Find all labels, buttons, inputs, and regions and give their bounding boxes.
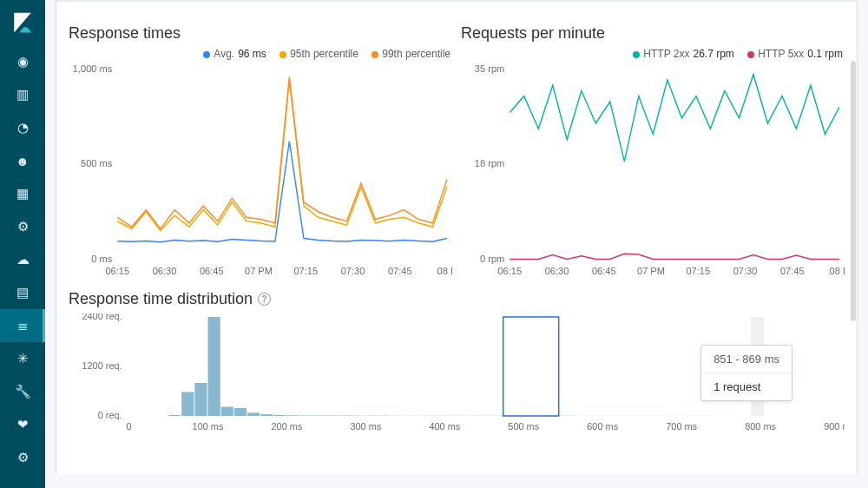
svg-rect-47 [286,415,299,416]
rpm-title: Requests per minute [461,24,845,43]
svg-text:06:15: 06:15 [497,265,522,275]
svg-text:200 ms: 200 ms [272,421,303,432]
svg-text:07:30: 07:30 [733,265,758,275]
svg-rect-38 [168,415,181,416]
svg-text:18 rpm: 18 rpm [475,158,504,168]
svg-text:06:30: 06:30 [153,265,177,275]
dot-95th [279,51,286,58]
chart-response-times: Response times Avg.96 ms 95th percentile… [69,17,452,278]
sidebar-item-timelion[interactable]: ☻ [0,144,45,177]
chart-requests-per-minute: Requests per minute HTTP 2xx26.7 rpm HTT… [461,17,845,278]
plot-requests-per-minute[interactable]: 0 rpm18 rpm35 rpm06:1506:3006:4507 PM07:… [461,63,845,278]
sidebar-item-canvas[interactable]: ▦ [0,177,45,210]
sidebar-item-discover[interactable]: ◉ [0,45,45,78]
svg-text:08 P: 08 P [830,265,845,275]
svg-rect-44 [247,412,260,416]
response-times-legend: Avg.96 ms 95th percentile 99th percentil… [69,48,450,60]
sidebar-item-management[interactable]: ⚙ [0,441,45,474]
sidebar-item-apm[interactable]: ≣ [0,309,45,342]
svg-rect-49 [313,416,326,417]
plot-response-times[interactable]: 0 ms500 ms1,000 ms06:1506:3006:4507 PM07… [69,63,452,278]
sidebar-item-logs[interactable]: ▤ [0,276,45,309]
sidebar-item-infrastructure[interactable]: ☁ [0,243,45,276]
svg-text:07:30: 07:30 [341,265,365,275]
dot-avg [203,51,210,58]
svg-text:06:45: 06:45 [592,265,616,275]
svg-rect-39 [181,392,194,417]
svg-text:06:15: 06:15 [105,265,129,275]
svg-text:800 ms: 800 ms [745,421,776,432]
dot-5xx [747,51,754,58]
svg-text:2400 req.: 2400 req. [82,313,122,321]
svg-text:400 ms: 400 ms [429,421,460,432]
machine-learning-icon: ⚙ [17,219,29,234]
svg-text:900 ms: 900 ms [824,421,845,432]
visualize-icon: ▥ [16,87,29,102]
svg-text:07 PM: 07 PM [637,265,665,275]
content-area: Response times Avg.96 ms 95th percentile… [45,0,868,488]
svg-text:07:45: 07:45 [780,265,805,275]
kibana-logo[interactable] [0,0,45,45]
svg-text:700 ms: 700 ms [666,421,697,432]
graph-icon: ✳ [17,351,29,366]
sidebar-nav: ◉▥◔☻▦⚙☁▤≣✳🔧❤⚙ [0,45,45,474]
svg-rect-41 [208,317,220,416]
svg-rect-42 [221,407,233,417]
svg-rect-48 [300,416,312,417]
svg-text:500 ms: 500 ms [508,421,539,432]
svg-text:06:30: 06:30 [545,265,569,275]
logs-icon: ▤ [16,285,29,300]
dashboard-icon: ◔ [17,120,29,135]
svg-text:07:15: 07:15 [686,265,710,275]
sidebar-item-monitoring[interactable]: ❤ [0,408,45,441]
svg-rect-46 [273,415,286,416]
svg-text:100 ms: 100 ms [193,421,224,432]
svg-text:07 PM: 07 PM [245,265,273,275]
service-panel: Response times Avg.96 ms 95th percentile… [56,0,858,474]
svg-rect-40 [194,383,207,416]
svg-text:08 P: 08 P [437,265,452,275]
sidebar-item-dashboard[interactable]: ◔ [0,111,45,144]
sidebar: ◉▥◔☻▦⚙☁▤≣✳🔧❤⚙ [0,0,45,488]
svg-rect-43 [234,408,247,416]
svg-text:0 ms: 0 ms [91,253,112,263]
tooltip-range: 851 - 869 ms [701,346,792,373]
rpm-legend: HTTP 2xx26.7 rpm HTTP 5xx0.1 rpm [461,48,843,60]
canvas-icon: ▦ [16,186,29,201]
distribution-tooltip: 851 - 869 ms 1 request [700,345,792,401]
discover-icon: ◉ [17,54,29,69]
monitoring-icon: ❤ [17,417,29,432]
svg-text:300 ms: 300 ms [350,421,381,432]
response-times-title: Response times [69,24,452,43]
timelion-icon: ☻ [16,154,30,168]
help-icon[interactable]: ? [258,293,271,306]
svg-text:06:45: 06:45 [200,265,224,275]
dev-tools-icon: 🔧 [15,384,31,399]
svg-text:500 ms: 500 ms [81,158,112,168]
sidebar-item-graph[interactable]: ✳ [0,342,45,375]
dot-99th [372,51,378,58]
sidebar-item-machine-learning[interactable]: ⚙ [0,210,45,243]
svg-rect-45 [260,414,273,416]
svg-rect-89 [503,317,559,416]
distribution-title: Response time distribution [69,290,253,308]
svg-text:0 req.: 0 req. [98,410,122,420]
svg-text:0 rpm: 0 rpm [480,253,504,263]
chart-response-time-distribution: Response time distribution ? 0 req.1200 … [69,290,845,435]
content-scrollbar[interactable] [851,61,856,321]
svg-text:07:45: 07:45 [388,265,412,275]
svg-text:07:15: 07:15 [293,265,318,275]
plot-distribution[interactable]: 0 req.1200 req.2400 req.0100 ms200 ms300… [69,313,845,435]
svg-text:1200 req.: 1200 req. [82,360,122,371]
apm-icon: ≣ [17,318,29,333]
svg-text:35 rpm: 35 rpm [475,63,504,74]
management-icon: ⚙ [17,450,29,465]
dot-2xx [633,51,640,58]
tooltip-count: 1 request [701,373,792,400]
svg-text:1,000 ms: 1,000 ms [73,63,113,74]
svg-text:600 ms: 600 ms [587,421,618,432]
svg-text:0: 0 [126,421,131,432]
sidebar-item-dev-tools[interactable]: 🔧 [0,375,45,408]
infrastructure-icon: ☁ [16,252,30,267]
sidebar-item-visualize[interactable]: ▥ [0,78,45,111]
